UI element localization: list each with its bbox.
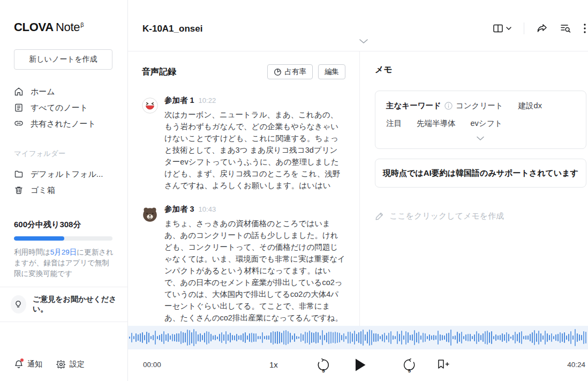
- lightbulb-icon: [14, 300, 22, 309]
- usage-note: 利用時間は5月29日に更新されますが、録音はアプリで無制限に変換可能です: [14, 247, 114, 279]
- sidebar-item-default-folder[interactable]: デフォルトフォル...: [14, 166, 114, 182]
- message-header: 参加者 3 10:43: [164, 204, 345, 214]
- usage-progress-fill: [14, 236, 64, 241]
- lightbulb-icon-wrap: [11, 295, 26, 313]
- ai-summary-notice: 現時点ではAI要約は韓国語のみサポートされています: [383, 168, 578, 178]
- keywords-label: 主なキーワード: [386, 101, 453, 111]
- occupancy-button[interactable]: 占有率: [267, 64, 313, 79]
- keyword-item: 注目: [386, 118, 402, 129]
- bookmark-plus-icon: [436, 358, 450, 370]
- sidebar-item-label: すべてのノート: [31, 103, 88, 113]
- logo-beta-badge: β: [80, 21, 84, 28]
- content-panes: 音声記録 占有率 編集 参加者 1: [128, 51, 588, 326]
- audio-waveform[interactable]: [128, 326, 588, 349]
- header-actions: [493, 23, 586, 34]
- play-button[interactable]: [355, 358, 366, 374]
- sidebar-item-label: ホーム: [31, 87, 55, 97]
- transcript-section-title: 音声記録: [142, 66, 176, 78]
- chevron-down-icon: [358, 39, 369, 44]
- sidebar-item-label: デフォルトフォル...: [31, 169, 103, 180]
- sidebar-item-all-notes[interactable]: すべてのノート: [14, 100, 114, 116]
- search-transcript-button[interactable]: [560, 23, 571, 34]
- sidebar-nav: ホーム すべてのノート 共有されたノート: [14, 84, 114, 132]
- collapse-header-chevron[interactable]: [358, 36, 369, 46]
- note-title[interactable]: K-10A1_onsei: [142, 24, 202, 34]
- keyword-lines: 主なキーワードコンクリート建設dx注目先端半導体evシフト: [386, 101, 575, 129]
- keyword-item: 先端半導体: [417, 118, 456, 129]
- ai-summary-notice-card: 現時点ではAI要約は韓国語のみサポートされています: [375, 159, 586, 188]
- settings-button[interactable]: 設定: [56, 360, 85, 369]
- playback-speed-button[interactable]: 1x: [269, 360, 278, 369]
- transcript-pane-header: 音声記録 占有率 編集: [142, 64, 345, 79]
- logo-product: Note: [56, 20, 80, 34]
- feedback-label: ご意見をお聞かせください。: [33, 295, 117, 314]
- total-time: 40:24: [567, 361, 585, 369]
- info-icon[interactable]: [444, 102, 453, 110]
- sidebar-item-trash[interactable]: ゴミ箱: [14, 182, 114, 198]
- memo-pane: メモ 主なキーワードコンクリート建設dx注目先端半導体evシフト 現時点ではAI…: [359, 51, 588, 326]
- speaker-name: 参加者 1: [164, 95, 194, 106]
- keyword-item: 建設dx: [518, 101, 542, 111]
- skip-back-5-button[interactable]: 5: [316, 364, 333, 373]
- feedback-link[interactable]: ご意見をお聞かせください。: [0, 287, 127, 322]
- split-view-icon: [493, 24, 503, 33]
- create-memo-button[interactable]: ここをクリックしてメモを作成: [375, 211, 586, 221]
- skip-forward-seconds: 5: [402, 368, 416, 373]
- transcript-pane: 音声記録 占有率 編集 参加者 1: [128, 51, 359, 326]
- notifications-label: 通知: [27, 360, 42, 369]
- create-note-button[interactable]: 新しいノートを作成: [14, 49, 112, 70]
- speaker-name: 参加者 3: [164, 204, 194, 214]
- clova-note-app: CLOVANoteβ 新しいノートを作成 ホーム すべてのノート 共有されたノー…: [0, 0, 588, 381]
- header-divider: [524, 23, 524, 34]
- gear-icon: [56, 360, 66, 369]
- clova-note-logo[interactable]: CLOVANoteβ: [14, 20, 114, 34]
- player-controls: 00:00 1x 5 5 40:24: [128, 349, 588, 381]
- usage-note-prefix: 利用時間は: [14, 248, 50, 256]
- memo-section-title: メモ: [375, 64, 393, 76]
- home-icon: [14, 87, 24, 96]
- settings-label: 設定: [70, 360, 85, 369]
- keywords-expand-button[interactable]: [386, 136, 575, 144]
- current-time: 00:00: [143, 361, 161, 369]
- transcript-message: 参加者 1 10:22 次はカーボン、ニュートラル、まあ、これあの、もう岩わずも…: [142, 95, 345, 191]
- sidebar-item-shared-notes[interactable]: 共有されたノート: [14, 116, 114, 132]
- message-timestamp[interactable]: 10:22: [199, 96, 216, 104]
- keyword-item: コンクリート: [456, 101, 503, 111]
- sidebar-item-label: 共有されたノート: [31, 119, 96, 129]
- notifications-button[interactable]: 通知: [14, 360, 42, 369]
- skip-forward-5-button[interactable]: 5: [402, 364, 416, 373]
- occupancy-button-label: 占有率: [285, 67, 307, 77]
- usage-reset-date[interactable]: 5月29日: [50, 248, 77, 256]
- pie-chart-icon: [274, 68, 282, 76]
- create-memo-label: ここをクリックしてメモを作成: [389, 211, 504, 221]
- chevron-down-icon: [476, 136, 485, 141]
- sidebar-item-label: ゴミ箱: [31, 185, 55, 196]
- transcript-text[interactable]: まちょ、さっきあの資材価格のところではいまあ、あのコンクリートの話も少ししました…: [164, 218, 345, 324]
- keyword-item: evシフト: [471, 118, 503, 129]
- view-layout-button[interactable]: [493, 24, 512, 33]
- transcript-search-icon: [560, 23, 571, 34]
- folder-list: デフォルトフォル... ゴミ箱: [14, 166, 114, 198]
- transcript-messages: 参加者 1 10:22 次はカーボン、ニュートラル、まあ、これあの、もう岩わずも…: [142, 95, 345, 324]
- more-menu-button[interactable]: [583, 23, 586, 34]
- play-icon: [355, 358, 366, 372]
- skip-back-seconds: 5: [316, 368, 330, 373]
- edit-button[interactable]: 編集: [318, 64, 345, 79]
- edit-button-label: 編集: [325, 67, 339, 77]
- share-button[interactable]: [536, 23, 548, 34]
- sidebar-item-home[interactable]: ホーム: [14, 84, 114, 100]
- my-folders-label: マイフォルダー: [14, 149, 114, 159]
- notification-badge: [20, 358, 24, 362]
- share-icon: [536, 23, 548, 34]
- keywords-card: 主なキーワードコンクリート建設dx注目先端半導体evシフト: [375, 91, 586, 149]
- usage-progress-bar: [14, 236, 112, 241]
- transcript-text[interactable]: 次はカーボン、ニュートラル、まあ、これあの、もう岩わずもガなんで、どの企業もやら…: [164, 109, 345, 191]
- main-area: K-10A1_onsei: [128, 0, 588, 381]
- sidebar-footer: 通知 設定: [0, 360, 127, 369]
- message-timestamp[interactable]: 10:43: [199, 205, 216, 213]
- participant-avatar: [142, 98, 158, 114]
- folder-icon: [14, 169, 24, 179]
- kebab-menu-icon: [583, 23, 586, 34]
- pencil-icon: [375, 212, 384, 221]
- add-bookmark-button[interactable]: [436, 358, 450, 372]
